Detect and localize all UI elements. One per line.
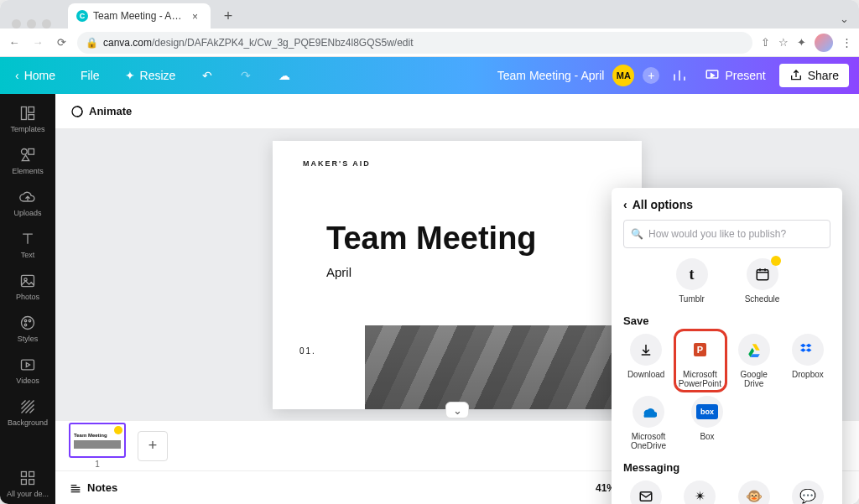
redo-button[interactable]: ↷ xyxy=(234,64,258,87)
calendar-icon xyxy=(747,258,778,290)
slide-page[interactable]: MAKER'S AID Team Meeting April 01. xyxy=(273,141,642,409)
opt-label: Dropbox xyxy=(792,370,824,380)
bookmark-icon[interactable]: ☆ xyxy=(778,36,789,49)
present-label: Present xyxy=(725,69,765,82)
option-mailchimp[interactable]: 🐵 Mailchimp xyxy=(731,481,777,505)
cloud-sync-icon[interactable]: ☁ xyxy=(273,64,296,87)
svg-point-8 xyxy=(22,317,34,330)
sidebar-item-styles[interactable]: Styles xyxy=(0,309,55,349)
tabs-overflow-icon[interactable]: ⌄ xyxy=(836,9,852,29)
app-toolbar: ‹ Home File ✦ Resize ↶ ↷ ☁ Team Meeting … xyxy=(0,57,859,94)
svg-rect-5 xyxy=(29,149,34,155)
opt-label: Tumblr xyxy=(679,294,705,304)
sidebar-label: Text xyxy=(21,251,35,259)
home-label: Home xyxy=(24,69,55,82)
profile-avatar[interactable] xyxy=(815,34,833,52)
back-icon[interactable]: ‹ xyxy=(623,198,627,211)
slack-icon: ✴︎ xyxy=(684,481,716,505)
resize-button[interactable]: ✦ Resize xyxy=(120,65,181,86)
slide-subtitle[interactable]: April xyxy=(326,265,351,279)
reload-icon[interactable]: ⟳ xyxy=(54,36,69,49)
option-email[interactable]: Email xyxy=(623,481,669,505)
analytics-icon[interactable] xyxy=(668,64,691,87)
sidebar-item-elements[interactable]: Elements xyxy=(0,141,55,181)
opt-label: Microsoft PowerPoint xyxy=(677,370,722,389)
svg-rect-14 xyxy=(29,472,34,477)
thumb-user-badge xyxy=(114,426,122,434)
slide-title[interactable]: Team Meeting xyxy=(326,221,537,257)
share-label: Share xyxy=(808,69,839,82)
file-label: File xyxy=(81,69,100,82)
option-schedule[interactable]: Schedule xyxy=(737,258,788,304)
file-menu[interactable]: File xyxy=(75,65,105,86)
url-host: canva.com xyxy=(103,37,152,49)
option-onedrive[interactable]: Microsoft OneDrive xyxy=(623,396,674,451)
forward-icon[interactable]: → xyxy=(30,36,45,49)
sidebar-label: Templates xyxy=(10,125,44,133)
search-placeholder: How would you like to publish? xyxy=(648,228,786,240)
option-tumblr[interactable]: t Tumblr xyxy=(667,258,717,304)
share-search-input[interactable]: 🔍 How would you like to publish? xyxy=(623,220,830,248)
share-page-icon[interactable]: ⇧ xyxy=(761,36,770,49)
opt-label: Schedule xyxy=(745,294,780,304)
slide-image[interactable] xyxy=(365,325,642,409)
canva-favicon: C xyxy=(76,10,88,22)
add-collaborator-button[interactable]: + xyxy=(643,67,659,84)
background-icon xyxy=(19,398,36,415)
add-page-below-button[interactable]: ⌄ xyxy=(445,402,469,418)
sidebar-item-uploads[interactable]: Uploads xyxy=(0,183,55,223)
extensions-icon[interactable]: ✦ xyxy=(797,36,806,49)
minimize-window-icon[interactable] xyxy=(27,19,36,29)
option-box[interactable]: box Box xyxy=(682,396,732,451)
user-avatar[interactable]: MA xyxy=(612,65,634,86)
templates-icon xyxy=(19,105,36,122)
option-slack[interactable]: ✴︎ Slack xyxy=(677,481,722,505)
save-section-label: Save xyxy=(623,314,830,327)
option-activity-messenger[interactable]: 💬 Activity Messenger xyxy=(785,481,830,505)
left-sidebar: Templates Elements Uploads Text Photos S… xyxy=(0,94,55,504)
option-download[interactable]: Download xyxy=(623,334,669,389)
svg-point-4 xyxy=(22,149,28,155)
sidebar-item-text[interactable]: Text xyxy=(0,225,55,265)
download-icon xyxy=(630,334,662,366)
present-button[interactable]: Present xyxy=(700,65,770,86)
url-path: /design/DAFAkZPK4_k/Cw_3g_PQE9ENbz4l8GQS… xyxy=(152,37,413,49)
sidebar-item-photos[interactable]: Photos xyxy=(0,267,55,307)
elements-icon xyxy=(19,147,36,164)
zoom-window-icon[interactable] xyxy=(42,19,51,29)
share-button[interactable]: Share xyxy=(779,64,849,87)
page-thumbnail[interactable]: Team Meeting xyxy=(69,423,126,458)
powerpoint-icon: P xyxy=(684,334,716,366)
premium-badge-icon xyxy=(771,256,781,266)
add-page-button[interactable]: + xyxy=(138,431,168,461)
animate-button[interactable]: Animate xyxy=(70,105,132,118)
undo-button[interactable]: ↶ xyxy=(195,64,219,87)
sidebar-label: Styles xyxy=(18,335,39,343)
document-title[interactable]: Team Meeting - April xyxy=(497,69,605,82)
tab-title: Team Meeting - April - Present xyxy=(93,10,187,22)
close-tab-icon[interactable]: × xyxy=(192,11,202,21)
opt-label: Download xyxy=(627,370,664,380)
new-tab-button[interactable]: + xyxy=(217,5,239,27)
sidebar-item-videos[interactable]: Videos xyxy=(0,351,55,391)
resize-label: Resize xyxy=(140,69,176,82)
videos-icon xyxy=(19,356,36,373)
option-google-drive[interactable]: Google Drive xyxy=(731,334,777,389)
uploads-icon xyxy=(19,189,36,205)
styles-icon xyxy=(19,314,36,331)
share-panel-title: All options xyxy=(633,198,693,211)
home-button[interactable]: ‹ Home xyxy=(10,65,60,86)
sidebar-item-templates[interactable]: Templates xyxy=(0,99,55,139)
svg-rect-13 xyxy=(22,472,27,477)
address-bar[interactable]: 🔒 canva.com/design/DAFAkZPK4_k/Cw_3g_PQE… xyxy=(77,32,752,54)
browser-menu-icon[interactable]: ⋮ xyxy=(841,36,852,49)
option-dropbox[interactable]: Dropbox xyxy=(785,334,830,389)
back-icon[interactable]: ← xyxy=(7,36,22,49)
opt-label: Box xyxy=(700,432,714,442)
sidebar-item-background[interactable]: Background xyxy=(0,392,55,433)
close-window-icon[interactable] xyxy=(12,19,21,29)
notes-button[interactable]: Notes xyxy=(69,481,117,495)
sidebar-item-all-designs[interactable]: All your de... xyxy=(0,464,55,504)
option-powerpoint[interactable]: P Microsoft PowerPoint xyxy=(677,334,722,389)
browser-tab[interactable]: C Team Meeting - April - Present × xyxy=(68,3,211,29)
